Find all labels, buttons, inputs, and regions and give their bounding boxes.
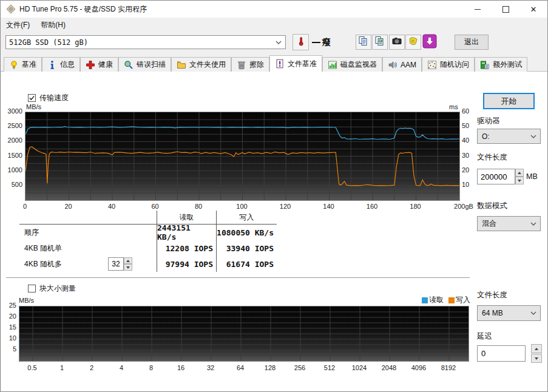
axis-tick-label: 20 [3,313,16,320]
tab-aam[interactable]: AAM [382,57,422,72]
tab-strip: 基准信息健康错误扫描文件夹使用擦除文件基准磁盘监视器AAM随机访问额外测试 [4,55,527,72]
drive-select-value: 512GB SSD (512 gB) [9,38,88,47]
table-row: 4KB 随机单12208 IOPS33940 IOPS [19,240,277,256]
copy-text-icon [358,36,369,49]
chart2-ylabel: MB/s [19,297,34,304]
axis-tick-label: 1 [47,364,76,371]
tab-label: 错误扫描 [137,59,166,70]
close-button[interactable]: ✕ [519,1,547,18]
chart1-y2label: ms [449,103,458,110]
app-window: HD Tune Pro 5.75 - 硬盘/SSD 实用程序 ✕ 文件(F) 帮… [0,0,548,392]
data-mode-select[interactable]: 混合 [477,216,541,231]
copy-text-button[interactable] [356,35,371,50]
menu-file[interactable]: 文件(F) [1,18,35,32]
delay-label: 延迟 [477,331,492,342]
axis-tick-label: 60 [141,203,170,210]
save-icon [408,36,419,49]
drive-letter-select[interactable]: O: [477,129,541,144]
tab-error-scan[interactable]: 错误扫描 [118,57,171,72]
tab-file-benchmark[interactable]: 文件基准 [269,55,322,72]
drive-select[interactable]: 512GB SSD (512 gB) [5,35,286,49]
tab-folder-usage[interactable]: 文件夹使用 [171,57,231,72]
temperature-unit: 癈 [322,37,331,48]
axis-tick-label: 2048 [374,364,404,371]
erase-icon [237,60,246,70]
delay-input[interactable] [477,345,526,362]
disk-monitor-icon [328,60,337,70]
tab-label: 文件夹使用 [189,59,226,70]
delay-spin-down-button[interactable] [531,354,542,363]
drive-label: 驱动器 [477,116,500,126]
chevron-down-icon [530,222,536,226]
axis-tick-label: 25 [3,302,16,309]
benchmark-icon [9,60,19,70]
spin-down-button[interactable] [124,264,132,271]
maximize-button[interactable] [492,1,519,18]
axis-tick-label: 100 [228,203,257,210]
file-length-unit: MB [526,172,538,181]
spin-up-button[interactable] [515,169,524,177]
axis-tick-label: 10 [462,181,478,188]
block-size-chart [19,306,469,362]
tab-disk-monitor[interactable]: 磁盘监视器 [322,57,382,72]
block-size-checkbox[interactable]: 块大小测量 [28,283,76,294]
download-button[interactable] [422,35,438,50]
save-button[interactable] [405,35,421,50]
close-icon: ✕ [530,5,537,14]
screenshot-button[interactable] [389,35,405,50]
table-header-row: 读取 写入 [19,211,277,225]
axis-tick-label: 180 [401,203,430,210]
copy-image-button[interactable] [372,35,388,50]
axis-tick-label: 4 [107,364,136,371]
temperature-button[interactable] [293,34,309,50]
axis-tick-label: 1500 [3,152,22,159]
axis-tick-label: 0.5 [18,364,47,371]
axis-tick-label: 120 [271,203,300,210]
file-length-label: 文件长度 [477,152,507,163]
tab-benchmark[interactable]: 基准 [4,57,42,72]
read-legend-swatch-icon [422,297,428,303]
tab-random-access[interactable]: 随机访问 [422,57,475,72]
axis-tick-label: 128 [255,364,285,371]
tab-info[interactable]: 信息 [42,57,80,72]
minimize-icon [475,9,481,10]
delay-spin-up-button[interactable] [531,344,542,353]
results-table: 读取 写入 顺序2443151 KB/s1080050 KB/s4KB 随机单1… [19,211,277,272]
axis-tick-label: 20 [54,203,83,210]
start-button[interactable]: 开始 [483,93,535,109]
axis-tick-label: 256 [285,364,314,371]
axis-tick-label: 40 [462,137,478,144]
tab-label: 磁盘监视器 [340,59,377,70]
axis-tick-label: 1024 [345,364,374,371]
block-file-length-select[interactable]: 64 MB [477,305,541,321]
chevron-down-icon [276,41,282,44]
menu-help[interactable]: 帮助(H) [35,18,71,32]
spin-up-button[interactable] [124,257,132,264]
file-length-input[interactable] [477,169,515,184]
minimize-button[interactable] [464,1,492,18]
axis-tick-label: 2 [77,364,106,371]
write-legend-swatch-icon [448,297,455,303]
tab-label: 擦除 [249,59,264,70]
data-mode-label: 数据模式 [477,201,507,211]
axis-tick-label: 80 [184,203,213,210]
axis-tick-label: 4096 [404,364,433,371]
exit-button[interactable]: 退出 [455,35,489,50]
tab-extra-tests[interactable]: 额外测试 [475,57,527,72]
axis-tick-label: 2000 [3,137,22,144]
queue-depth-input[interactable] [108,257,124,271]
tab-erase[interactable]: 擦除 [231,57,269,72]
read-value: 12208 IOPS [166,244,213,253]
transfer-speed-checkbox[interactable]: 传输速度 [28,93,69,103]
axis-tick-label: 500 [3,181,22,188]
random-access-icon [427,60,437,70]
axis-tick-label: 5 [3,345,16,353]
table-row: 顺序2443151 KB/s1080050 KB/s [19,225,277,240]
row-label: 4KB 随机单 [19,240,157,256]
axis-tick-label: 30 [462,152,478,159]
tab-health[interactable]: 健康 [80,57,118,72]
write-value: 33940 IOPS [226,244,274,253]
spin-down-button[interactable] [515,177,524,184]
axis-tick-label: 60 [462,107,478,115]
tab-label: 文件基准 [288,59,317,69]
